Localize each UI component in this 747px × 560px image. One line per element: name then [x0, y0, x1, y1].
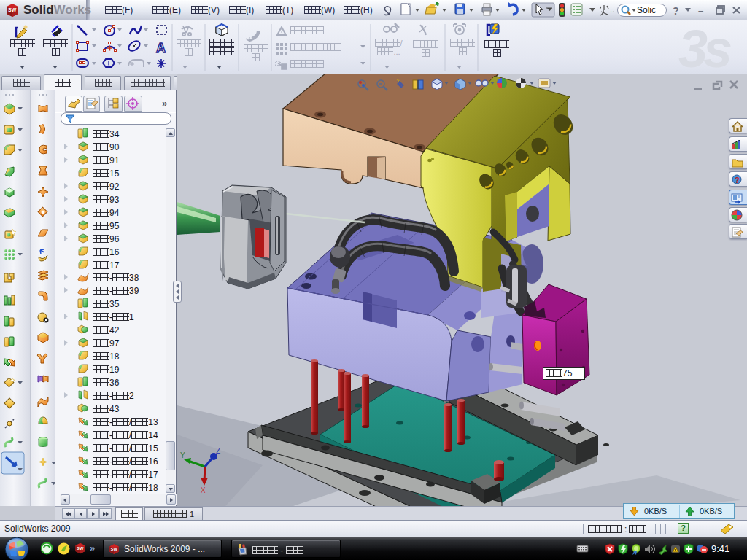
svg-text:X: X	[201, 486, 206, 494]
svg-text:A: A	[156, 41, 166, 55]
svg-text:SW: SW	[77, 546, 84, 551]
svg-text:SW: SW	[111, 547, 118, 551]
svg-text:..: ..	[610, 5, 614, 14]
svg-text:Z: Z	[216, 447, 220, 455]
svg-text:?: ?	[735, 176, 740, 184]
svg-text:Y: Y	[180, 451, 185, 459]
svg-text:SW: SW	[8, 7, 17, 12]
